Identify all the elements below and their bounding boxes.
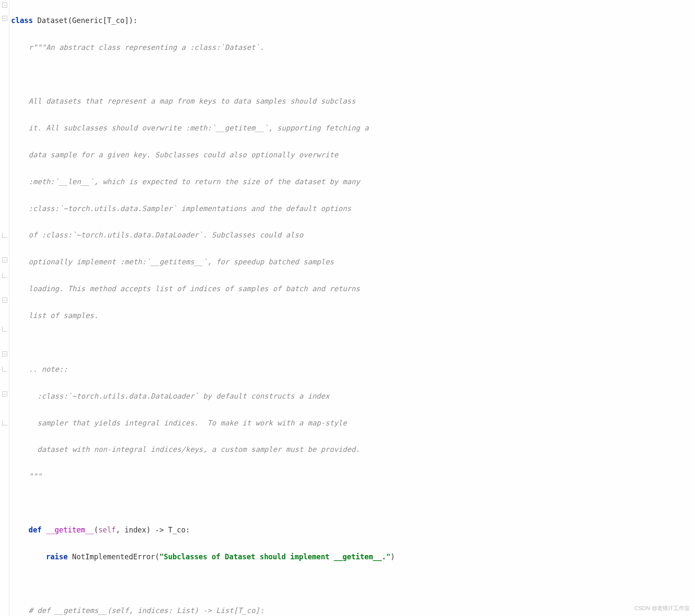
fold-end-icon [2,420,7,425]
fold-end-icon [2,233,7,238]
code-line: r"""An abstract class representing a :cl… [9,41,695,54]
fold-marker-icon[interactable] [2,3,7,8]
docstring: of :class:`~torch.utils.data.DataLoader`… [11,231,303,239]
code-line: sampler that yields integral indices. To… [9,416,695,430]
fold-marker-icon[interactable] [2,298,7,303]
watermark: CSDN @老狼IT工作室 [634,603,690,613]
docstring: All datasets that represent a map from k… [11,97,356,105]
class-name: Dataset [33,16,68,25]
docstring: :class:`~torch.utils.data.Sampler` imple… [11,204,351,213]
docstring: r"""An abstract class representing a :cl… [11,43,264,52]
fold-marker-icon[interactable] [2,16,7,21]
function-name: __getitem__ [46,526,94,534]
code-text: (Generic[T_co]): [68,16,138,25]
fold-marker-icon[interactable] [2,257,7,263]
code-line: :meth:`__len__`, which is expected to re… [9,175,695,188]
code-line: loading. This method accepts list of ind… [9,282,695,295]
docstring: data sample for a given key. Subclasses … [11,150,338,159]
self-param: self [98,526,116,534]
code-line: list of samples. [9,309,695,322]
docstring: it. All subclasses should overwrite :met… [11,124,369,132]
string-literal: "Subclasses of Dataset should implement … [159,552,390,561]
code-line: def __getitem__(self, index) -> T_co: [9,523,695,537]
paren: ) [390,552,395,561]
code-line: """ [9,470,695,483]
docstring: list of samples. [11,311,98,320]
code-line [9,68,695,81]
code-line: All datasets that represent a map from k… [9,95,695,108]
code-line [9,336,695,349]
code-line: optionally implement :meth:`__getitems__… [9,255,695,269]
paren: ( [94,526,98,534]
code-line: # def __getitems__(self, indices: List) … [9,604,695,616]
fold-end-icon [2,273,7,278]
keyword-class: class [11,16,33,25]
docstring: .. note:: [11,365,68,373]
gutter [0,0,9,616]
docstring: loading. This method accepts list of ind… [11,284,360,293]
docstring: """ [11,472,42,480]
code-line: raise NotImplementedError("Subclasses of… [9,550,695,564]
fold-end-icon [2,367,7,372]
keyword-raise: raise [11,552,72,561]
code-line [9,577,695,590]
code-line: .. note:: [9,363,695,376]
docstring: dataset with non-integral indices/keys, … [11,445,360,454]
code-editor[interactable]: class Dataset(Generic[T_co]): r"""An abs… [9,0,695,616]
code-line: it. All subclasses should overwrite :met… [9,121,695,135]
docstring: sampler that yields integral indices. To… [11,419,347,427]
code-line: of :class:`~torch.utils.data.DataLoader`… [9,228,695,242]
docstring: :meth:`__len__`, which is expected to re… [11,177,360,186]
code-line: data sample for a given key. Subclasses … [9,148,695,162]
docstring: optionally implement :meth:`__getitems__… [11,257,334,266]
code-line: :class:`~torch.utils.data.DataLoader` by… [9,390,695,403]
comment: # def __getitems__(self, indices: List) … [11,606,264,615]
keyword-def: def [11,526,46,534]
fold-end-icon [2,327,7,332]
fold-marker-icon[interactable] [2,351,7,356]
code-text: NotImplementedError( [72,552,159,561]
docstring: :class:`~torch.utils.data.DataLoader` by… [11,392,329,400]
fold-marker-icon[interactable] [2,391,7,396]
code-text: , index) -> T_co: [116,526,190,534]
code-line: class Dataset(Generic[T_co]): [9,14,695,27]
code-line: :class:`~torch.utils.data.Sampler` imple… [9,202,695,215]
code-line: dataset with non-integral indices/keys, … [9,443,695,456]
code-line [9,497,695,510]
